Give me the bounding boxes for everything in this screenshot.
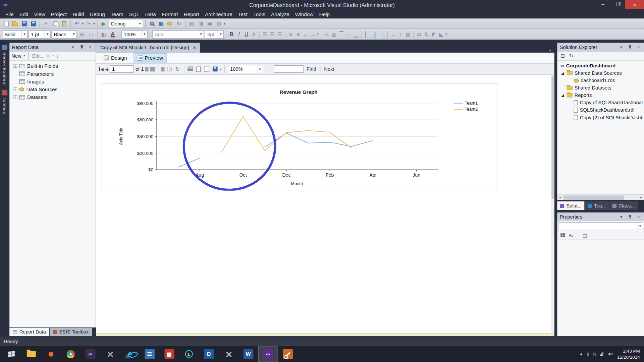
- chevron-down-icon[interactable]: ▼: [71, 31, 76, 38]
- hidden-icons-button[interactable]: ▲: [579, 352, 583, 356]
- property-pages-icon[interactable]: ▤: [582, 231, 588, 240]
- chevron-down-icon[interactable]: ▼: [142, 31, 147, 38]
- print-layout-icon[interactable]: [195, 65, 202, 73]
- chevron-down-icon[interactable]: ▼: [257, 65, 263, 73]
- tree-item-data-sources[interactable]: + Data Sources: [9, 85, 96, 93]
- menu-tools[interactable]: Tools: [251, 10, 268, 18]
- notes-app-button[interactable]: ☰: [140, 346, 159, 362]
- database-icon[interactable]: [166, 19, 174, 28]
- scrollbar-thumb[interactable]: [551, 76, 554, 199]
- menu-debug[interactable]: Debug: [87, 10, 108, 18]
- align-bottoms-icon[interactable]: ▁: [353, 30, 360, 39]
- underline-icon[interactable]: U: [243, 30, 250, 39]
- menu-report[interactable]: Report: [181, 10, 202, 18]
- window-position-icon[interactable]: ▾: [70, 45, 76, 49]
- align-centers-icon[interactable]: ║: [371, 30, 378, 39]
- align-middles-icon[interactable]: ═: [345, 30, 352, 39]
- collapse-all-icon[interactable]: ⊟: [559, 52, 566, 60]
- pin-icon[interactable]: [627, 45, 633, 50]
- pin-icon[interactable]: [78, 45, 85, 50]
- close-icon[interactable]: ×: [635, 45, 641, 49]
- chevron-down-icon[interactable]: ▼: [137, 20, 143, 27]
- toolbar-options-icon[interactable]: ▾: [224, 22, 225, 25]
- move-down-button[interactable]: ↓: [56, 53, 59, 59]
- align-right-icon[interactable]: ☰: [276, 30, 283, 39]
- find-button[interactable]: Find: [305, 66, 318, 72]
- refresh-icon[interactable]: ↻: [568, 52, 575, 60]
- edit-button[interactable]: Edit...: [32, 53, 45, 59]
- chevron-down-icon[interactable]: ▼: [44, 31, 50, 38]
- find-next-button[interactable]: Next: [322, 66, 336, 72]
- word-button[interactable]: W: [238, 346, 258, 362]
- last-page-button[interactable]: ▶: [150, 67, 155, 71]
- back-button[interactable]: ◀: [161, 67, 164, 71]
- menu-analyze[interactable]: Analyze: [268, 10, 292, 18]
- export-icon[interactable]: [212, 65, 218, 73]
- collapse-icon[interactable]: ◢: [560, 93, 565, 97]
- refresh-data-icon[interactable]: ↻: [175, 19, 183, 28]
- toolbox-app-button[interactable]: ▩: [160, 346, 179, 362]
- table-icon[interactable]: ▦: [157, 19, 165, 28]
- find-text-input[interactable]: [274, 65, 303, 73]
- tree-item-parameters[interactable]: Parameters: [9, 70, 96, 77]
- tree-item-shared-datasets[interactable]: Shared Datasets: [557, 84, 644, 92]
- same-height-icon[interactable]: ↕: [397, 30, 404, 39]
- border-width-combobox[interactable]: 1 pt ▼: [29, 30, 51, 39]
- start-button[interactable]: [2, 346, 21, 362]
- bring-to-front-icon[interactable]: ◤: [431, 30, 437, 39]
- menu-format[interactable]: Format: [159, 10, 181, 18]
- page-setup-icon[interactable]: [203, 65, 210, 73]
- undo-dropdown-icon[interactable]: ▾: [82, 22, 84, 25]
- copy-icon[interactable]: [51, 19, 59, 28]
- new-button[interactable]: New: [11, 53, 21, 59]
- cut-icon[interactable]: ✂: [42, 19, 50, 28]
- document-tab[interactable]: Copy of SQLShackD...board.rdl [Design] ×: [96, 43, 200, 52]
- export-dropdown-icon[interactable]: ▾: [220, 67, 221, 71]
- power-icon[interactable]: ◎: [593, 352, 596, 356]
- tree-item-solution[interactable]: ∞ CorporateDashboard: [557, 62, 644, 69]
- outlook-button[interactable]: O: [199, 346, 218, 362]
- decrease-indent-icon[interactable]: ←: [302, 30, 309, 39]
- file-explorer-button[interactable]: [21, 346, 41, 362]
- menu-project[interactable]: Project: [48, 10, 70, 18]
- bullet-list-icon[interactable]: ≡: [287, 30, 294, 39]
- chevron-down-icon[interactable]: ▼: [637, 223, 643, 230]
- solution-explorer-icon[interactable]: ▤: [187, 19, 196, 28]
- border-color-combobox[interactable]: Black ▼: [51, 30, 77, 39]
- new-dropdown-icon[interactable]: ▾: [23, 54, 25, 58]
- fill-color-icon[interactable]: ◧: [100, 30, 108, 39]
- font-size-combobox[interactable]: 8pt ▼: [205, 30, 224, 39]
- merge-cells-icon[interactable]: ⊟: [323, 30, 330, 39]
- paste-icon[interactable]: [60, 19, 68, 28]
- refresh-icon[interactable]: ↻: [174, 65, 181, 73]
- internet-explorer-button[interactable]: e: [120, 346, 140, 362]
- toolbar-options-icon[interactable]: ▾: [445, 33, 447, 36]
- minimize-button[interactable]: ─: [595, 0, 610, 9]
- redo-dropdown-icon[interactable]: ▾: [93, 22, 95, 25]
- toolbar-options-icon[interactable]: ▾: [317, 33, 319, 36]
- action-center-icon[interactable]: ▯: [587, 352, 589, 356]
- chevron-down-icon[interactable]: ▼: [218, 31, 223, 38]
- menu-sql[interactable]: SQL: [126, 10, 142, 18]
- print-icon[interactable]: [187, 65, 194, 73]
- menu-architecture[interactable]: Architecture: [202, 10, 235, 18]
- vertical-scrollbar[interactable]: [551, 75, 554, 333]
- tree-item-built-in-fields[interactable]: + Built-in Fields: [9, 62, 96, 70]
- delete-button[interactable]: ×: [47, 53, 50, 59]
- close-icon[interactable]: ×: [87, 45, 93, 49]
- new-file-icon[interactable]: [2, 19, 10, 28]
- tab-team-explorer[interactable]: Tea...: [585, 201, 609, 210]
- align-lefts-icon[interactable]: ▏: [364, 30, 371, 39]
- align-center-icon[interactable]: ☰: [269, 30, 276, 39]
- border-style-combobox[interactable]: Solid ▼: [2, 30, 28, 39]
- restore-button[interactable]: [610, 0, 625, 9]
- object-selector-combobox[interactable]: ▼: [558, 222, 643, 230]
- split-cells-icon[interactable]: ▥: [331, 30, 337, 39]
- tab-solution-explorer[interactable]: Solut...: [557, 201, 584, 210]
- bold-icon[interactable]: B: [228, 30, 235, 39]
- menu-file[interactable]: File: [2, 10, 16, 18]
- save-all-icon[interactable]: [29, 19, 38, 28]
- font-color-icon[interactable]: A: [109, 30, 117, 39]
- network-icon[interactable]: [600, 352, 603, 356]
- border-outline-icon[interactable]: □: [87, 30, 95, 39]
